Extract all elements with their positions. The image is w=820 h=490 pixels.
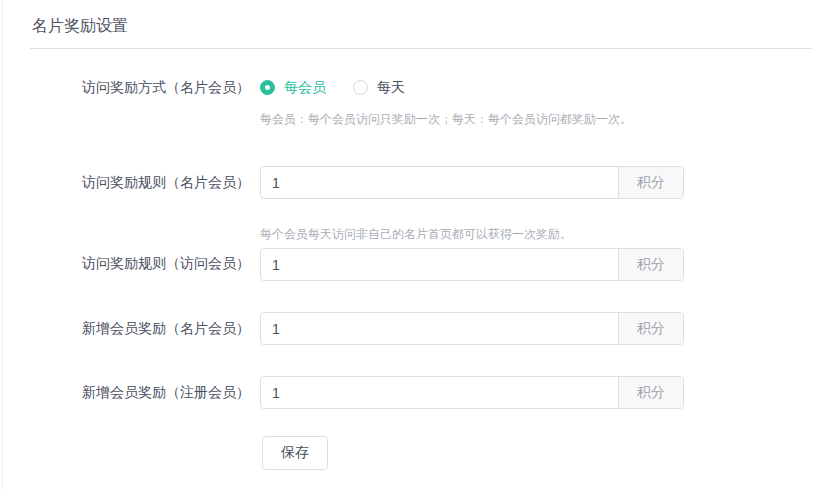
reward-mode-helper-text: 每会员：每个会员访问只奖励一次；每天：每个会员访问都奖励一次。 (260, 112, 632, 126)
title-divider (30, 48, 812, 49)
visit-reward-rule-visitor-member-label: 访问奖励规则（访问会员） (0, 227, 250, 280)
radio-selected-icon[interactable] (260, 80, 275, 95)
visit-reward-rule-helper-text: 每个会员每天访问非自己的名片首页都可以获得一次奖励。 (260, 227, 684, 241)
form-actions: 保存 (0, 436, 820, 470)
points-unit-addon: 积分 (618, 167, 683, 198)
form-row-new-member-reward-card-member: 新增会员奖励（名片会员） 积分 (0, 312, 820, 345)
visit-reward-rule-visitor-member-input-group: 积分 (260, 248, 684, 281)
form-row-visit-reward-rule-visitor-member: 访问奖励规则（访问会员） 每个会员每天访问非自己的名片首页都可以获得一次奖励。 … (0, 227, 820, 281)
points-unit-addon: 积分 (618, 377, 683, 408)
radio-option-per-day-label: 每天 (377, 79, 405, 95)
form-row-visit-reward-mode: 访问奖励方式（名片会员） 每会员 每天 每会员：每个会员访问只奖励一次；每天：每… (0, 79, 820, 126)
new-member-reward-card-member-label: 新增会员奖励（名片会员） (0, 312, 250, 345)
radio-option-per-day[interactable]: 每天 (353, 79, 405, 95)
visit-reward-rule-card-member-input-group: 积分 (260, 166, 684, 199)
points-unit-addon: 积分 (618, 249, 683, 280)
form-row-visit-reward-rule-card-member: 访问奖励规则（名片会员） 积分 (0, 166, 820, 199)
new-member-reward-card-member-input-group: 积分 (260, 312, 684, 345)
reward-settings-form: 访问奖励方式（名片会员） 每会员 每天 每会员：每个会员访问只奖励一次；每天：每… (0, 79, 820, 470)
radio-option-per-member[interactable]: 每会员 (260, 79, 326, 95)
form-row-new-member-reward-registered-member: 新增会员奖励（注册会员） 积分 (0, 376, 820, 409)
card-reward-settings-page: 名片奖励设置 访问奖励方式（名片会员） 每会员 每天 每会员：每个会员访问只奖励… (0, 0, 820, 470)
points-unit-addon: 积分 (618, 313, 683, 344)
visit-reward-rule-card-member-label: 访问奖励规则（名片会员） (0, 166, 250, 199)
new-member-reward-registered-member-label: 新增会员奖励（注册会员） (0, 376, 250, 409)
page-title: 名片奖励设置 (32, 17, 820, 35)
visit-reward-mode-label: 访问奖励方式（名片会员） (0, 79, 250, 95)
save-button[interactable]: 保存 (262, 436, 328, 470)
visit-reward-rule-visitor-member-input[interactable] (261, 249, 618, 280)
reward-mode-radio-group: 每会员 每天 (260, 79, 632, 95)
radio-dot (265, 85, 270, 90)
new-member-reward-registered-member-input-group: 积分 (260, 376, 684, 409)
radio-option-per-member-label: 每会员 (284, 79, 326, 95)
page-left-border (2, 0, 3, 490)
radio-unselected-icon[interactable] (353, 80, 368, 95)
new-member-reward-registered-member-input[interactable] (261, 377, 618, 408)
visit-reward-rule-card-member-input[interactable] (261, 167, 618, 198)
new-member-reward-card-member-input[interactable] (261, 313, 618, 344)
